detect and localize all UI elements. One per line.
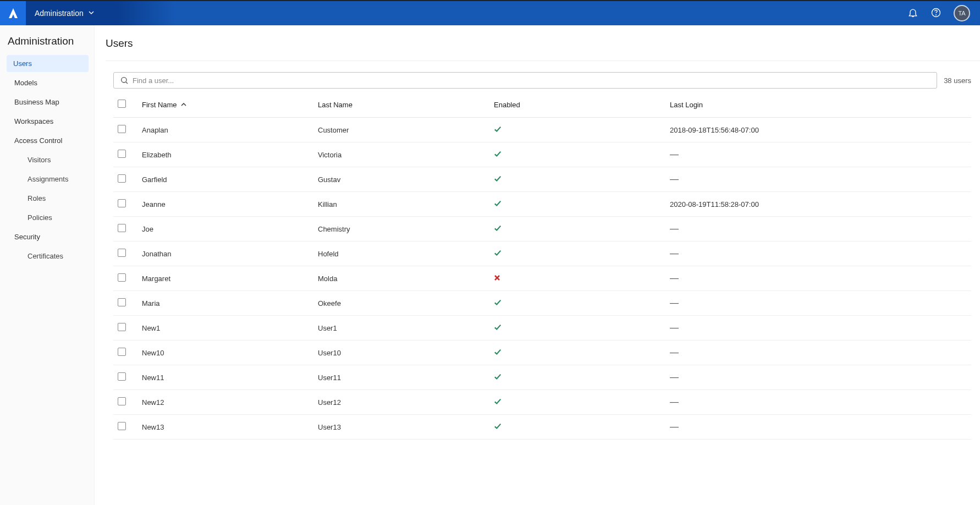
cell-enabled bbox=[489, 316, 665, 341]
cell-last-login: — bbox=[665, 167, 971, 192]
column-header-first-name-label: First Name bbox=[142, 101, 177, 109]
check-icon bbox=[494, 325, 502, 333]
check-icon bbox=[494, 250, 502, 259]
cell-last-name: Gustav bbox=[313, 167, 489, 192]
svg-point-1 bbox=[935, 14, 936, 15]
table-row[interactable]: ElizabethVictoria— bbox=[113, 142, 971, 167]
sidebar-item-label: Security bbox=[14, 233, 40, 241]
help-button[interactable] bbox=[931, 7, 942, 20]
cell-enabled bbox=[489, 365, 665, 390]
table-row[interactable]: New1User1— bbox=[113, 316, 971, 341]
sidebar-item-label: Models bbox=[14, 79, 37, 87]
cell-enabled bbox=[489, 266, 665, 291]
cell-last-name: Chemistry bbox=[313, 217, 489, 241]
check-icon bbox=[494, 176, 502, 184]
sidebar-item-access-control[interactable]: Access Control bbox=[7, 132, 89, 149]
cell-last-login: — bbox=[665, 316, 971, 341]
sidebar-item-assignments[interactable]: Assignments bbox=[5, 171, 89, 188]
cell-first-name: Anaplan bbox=[137, 118, 313, 142]
cell-last-login: — bbox=[665, 365, 971, 390]
content-area: Users 38 users bbox=[95, 25, 980, 505]
cell-enabled bbox=[489, 142, 665, 167]
cell-first-name: New10 bbox=[137, 341, 313, 365]
cell-first-name: Margaret bbox=[137, 266, 313, 291]
row-checkbox[interactable] bbox=[118, 174, 126, 183]
user-avatar[interactable]: TA bbox=[954, 5, 970, 21]
sidebar-item-label: Policies bbox=[27, 213, 52, 222]
cell-last-name: Killian bbox=[313, 192, 489, 217]
table-row[interactable]: New13User13— bbox=[113, 415, 971, 440]
check-icon bbox=[494, 349, 502, 358]
sidebar-item-label: Roles bbox=[27, 194, 46, 202]
app-logo[interactable] bbox=[0, 1, 26, 25]
column-header-last-name[interactable]: Last Name bbox=[313, 91, 489, 118]
column-header-last-name-label: Last Name bbox=[318, 101, 353, 109]
users-count-label: 38 users bbox=[944, 76, 971, 85]
table-row[interactable]: MariaOkeefe— bbox=[113, 291, 971, 316]
check-icon bbox=[494, 300, 502, 308]
cell-last-login: — bbox=[665, 291, 971, 316]
svg-line-3 bbox=[126, 82, 128, 84]
row-checkbox[interactable] bbox=[118, 422, 126, 430]
row-checkbox[interactable] bbox=[118, 199, 126, 207]
sidebar: Administration UsersModelsBusiness MapWo… bbox=[0, 25, 95, 505]
sidebar-item-label: Workspaces bbox=[14, 117, 53, 125]
column-header-enabled[interactable]: Enabled bbox=[489, 91, 665, 118]
select-all-checkbox[interactable] bbox=[118, 100, 126, 108]
column-header-select bbox=[113, 91, 137, 118]
cell-last-name: User11 bbox=[313, 365, 489, 390]
table-row[interactable]: GarfieldGustav— bbox=[113, 167, 971, 192]
top-nav-dropdown[interactable]: Administration bbox=[26, 1, 107, 25]
table-row[interactable]: New10User10— bbox=[113, 341, 971, 365]
sidebar-item-models[interactable]: Models bbox=[7, 74, 89, 91]
sidebar-item-label: Users bbox=[13, 59, 32, 68]
row-checkbox[interactable] bbox=[118, 323, 126, 331]
cell-last-login: 2018-09-18T15:56:48-07:00 bbox=[665, 118, 971, 142]
sidebar-item-business-map[interactable]: Business Map bbox=[7, 94, 89, 111]
sidebar-item-certificates[interactable]: Certificates bbox=[5, 248, 89, 265]
row-checkbox[interactable] bbox=[118, 298, 126, 306]
cell-first-name: New11 bbox=[137, 365, 313, 390]
sidebar-item-users[interactable]: Users bbox=[7, 55, 89, 72]
row-checkbox[interactable] bbox=[118, 150, 126, 158]
sidebar-item-workspaces[interactable]: Workspaces bbox=[7, 113, 89, 130]
table-row[interactable]: JeanneKillian2020-08-19T11:58:28-07:00 bbox=[113, 192, 971, 217]
table-row[interactable]: MargaretMolda— bbox=[113, 266, 971, 291]
cell-enabled bbox=[489, 341, 665, 365]
sidebar-item-roles[interactable]: Roles bbox=[5, 190, 89, 207]
cell-last-name: User12 bbox=[313, 390, 489, 415]
column-header-last-login-label: Last Login bbox=[670, 101, 703, 109]
check-icon bbox=[494, 201, 502, 209]
table-row[interactable]: New11User11— bbox=[113, 365, 971, 390]
table-row[interactable]: JoeChemistry— bbox=[113, 217, 971, 241]
cell-first-name: Maria bbox=[137, 291, 313, 316]
users-table-wrap: First Name Last Name Enabled bbox=[106, 91, 980, 505]
cell-enabled bbox=[489, 415, 665, 440]
cell-last-login: — bbox=[665, 341, 971, 365]
cell-last-name: User13 bbox=[313, 415, 489, 440]
sidebar-item-security[interactable]: Security bbox=[7, 228, 89, 245]
sidebar-item-visitors[interactable]: Visitors bbox=[5, 151, 89, 168]
cell-last-login: 2020-08-19T11:58:28-07:00 bbox=[665, 192, 971, 217]
check-icon bbox=[494, 399, 502, 407]
notifications-button[interactable] bbox=[907, 7, 918, 20]
column-header-last-login[interactable]: Last Login bbox=[665, 91, 971, 118]
search-input[interactable] bbox=[113, 72, 937, 89]
row-checkbox[interactable] bbox=[118, 397, 126, 405]
row-checkbox[interactable] bbox=[118, 348, 126, 356]
column-header-first-name[interactable]: First Name bbox=[137, 91, 313, 118]
row-checkbox[interactable] bbox=[118, 273, 126, 282]
table-row[interactable]: New12User12— bbox=[113, 390, 971, 415]
row-checkbox[interactable] bbox=[118, 125, 126, 133]
sort-ascending-icon bbox=[181, 101, 186, 109]
cell-last-login: — bbox=[665, 142, 971, 167]
table-row[interactable]: AnaplanCustomer2018-09-18T15:56:48-07:00 bbox=[113, 118, 971, 142]
cell-first-name: Joe bbox=[137, 217, 313, 241]
check-icon bbox=[494, 151, 502, 160]
row-checkbox[interactable] bbox=[118, 372, 126, 381]
table-row[interactable]: JonathanHofeld— bbox=[113, 241, 971, 266]
sidebar-item-policies[interactable]: Policies bbox=[5, 209, 89, 226]
row-checkbox[interactable] bbox=[118, 249, 126, 257]
sidebar-item-label: Access Control bbox=[14, 136, 62, 145]
row-checkbox[interactable] bbox=[118, 224, 126, 232]
